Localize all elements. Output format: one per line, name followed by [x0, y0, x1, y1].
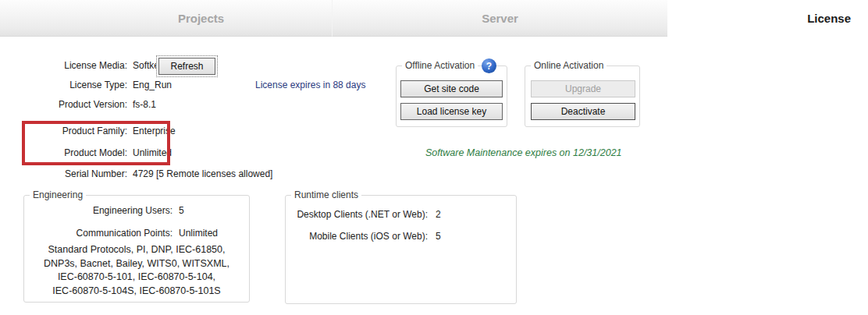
license-media-row: License Media: Softkey	[0, 60, 164, 72]
serial-number-label: Serial Number:	[0, 168, 127, 180]
refresh-button-focus: Refresh	[156, 55, 218, 77]
tab-license[interactable]: License	[667, 0, 868, 37]
license-media-label: License Media:	[0, 60, 127, 72]
load-license-key-button[interactable]: Load license key	[400, 103, 503, 120]
deactivate-button[interactable]: Deactivate	[531, 103, 635, 120]
license-type-row: License Type: Eng_Run	[0, 80, 172, 91]
upgrade-button[interactable]: Upgrade	[531, 80, 635, 97]
engineering-users-value: 5	[179, 205, 184, 217]
protocols-list: Standard Protocols, PI, DNP, IEC-61850, …	[24, 243, 249, 298]
engineering-users-row: Engineering Users: 5	[24, 205, 184, 217]
runtime-clients-title: Runtime clients	[291, 189, 361, 200]
tab-bar: Projects Server License	[0, 0, 868, 37]
product-model-label: Product Model:	[0, 147, 127, 159]
get-site-code-button[interactable]: Get site code	[400, 80, 503, 97]
product-version-row: Product Version: fs-8.1	[0, 99, 156, 111]
license-screen: Projects Server License License Media: S…	[0, 0, 868, 315]
tab-license-label: License	[807, 12, 851, 25]
offline-activation-group: Offline Activation ? Get site code Load …	[396, 65, 507, 127]
license-type-value: Eng_Run	[133, 80, 172, 91]
product-family-label: Product Family:	[0, 126, 127, 137]
offline-activation-title: Offline Activation	[402, 60, 478, 71]
mobile-clients-label: Mobile Clients (iOS or Web):	[286, 231, 428, 242]
engineering-group: Engineering Engineering Users: 5 Communi…	[23, 195, 250, 303]
engineering-title: Engineering	[30, 189, 86, 200]
online-activation-title: Online Activation	[531, 60, 607, 71]
product-family-value: Enterprise	[133, 126, 176, 137]
mobile-clients-value: 5	[436, 231, 441, 242]
maintenance-note: Software Maintenance expires on 12/31/20…	[425, 147, 622, 158]
communication-points-value: Unlimited	[179, 228, 218, 239]
product-model-value: Unlimited	[133, 147, 172, 159]
license-type-label: License Type:	[0, 80, 127, 91]
communication-points-label: Communication Points:	[24, 228, 173, 239]
tab-projects[interactable]: Projects	[0, 0, 332, 37]
product-model-row: Product Model: Unlimited	[0, 147, 172, 159]
tab-server[interactable]: Server	[332, 0, 667, 37]
mobile-clients-row: Mobile Clients (iOS or Web): 5	[286, 231, 441, 242]
product-version-value: fs-8.1	[133, 99, 156, 111]
runtime-clients-group: Runtime clients Desktop Clients (.NET or…	[285, 195, 517, 304]
online-activation-group: Online Activation Upgrade Deactivate	[525, 65, 640, 127]
help-icon[interactable]: ?	[482, 58, 496, 73]
tab-server-label: Server	[482, 12, 518, 25]
tab-projects-label: Projects	[178, 12, 224, 25]
serial-number-row: Serial Number: 4729 [5 Remote licenses a…	[0, 168, 272, 180]
refresh-button[interactable]: Refresh	[158, 58, 215, 75]
desktop-clients-row: Desktop Clients (.NET or Web): 2	[286, 209, 441, 221]
license-expiry-note: License expires in 88 days	[255, 80, 365, 90]
communication-points-row: Communication Points: Unlimited	[24, 228, 218, 239]
product-family-row: Product Family: Enterprise	[0, 126, 176, 137]
desktop-clients-label: Desktop Clients (.NET or Web):	[286, 209, 428, 221]
desktop-clients-value: 2	[436, 209, 441, 221]
serial-number-value: 4729 [5 Remote licenses allowed]	[133, 168, 272, 180]
product-version-label: Product Version:	[0, 99, 127, 111]
engineering-users-label: Engineering Users:	[24, 205, 173, 217]
